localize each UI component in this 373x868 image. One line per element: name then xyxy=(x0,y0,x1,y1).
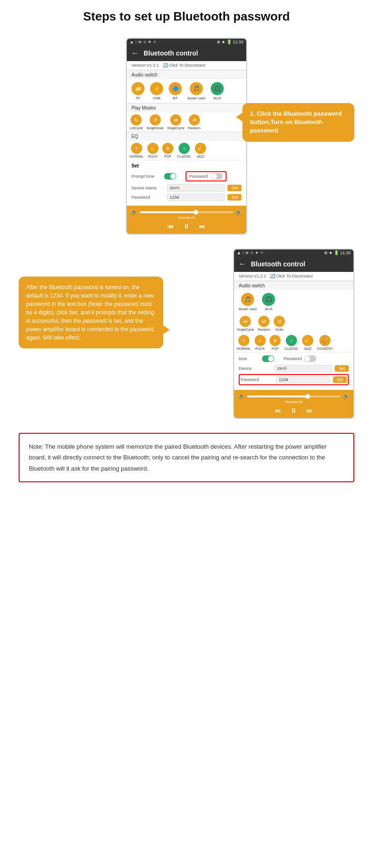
audio-icon-audiocard-2[interactable]: 🎵 Audio card xyxy=(239,293,256,311)
vol-max-icon: 🔊 xyxy=(236,209,242,215)
volume-slider-1[interactable] xyxy=(140,211,233,213)
prev-btn-2[interactable]: ⏮ xyxy=(275,407,281,414)
random-icon-2: ⇌ xyxy=(258,316,269,327)
country-label-2: COUNTRY xyxy=(317,347,333,350)
play-modes-row: ↻ ListCycle ↺ SingleHead ⇄ SingleCycle ⇌… xyxy=(127,112,246,132)
eq-jazz-2[interactable]: 🎷 JAZZ xyxy=(302,335,313,350)
disconnect-btn-2[interactable]: 🔄 Click To Disconnect xyxy=(270,274,313,278)
mode-order-2[interactable]: ☰ Order xyxy=(274,316,285,331)
device-set-btn-2[interactable]: Set xyxy=(335,365,349,372)
status-bar-2: ▲ ↑ ≋ ⊹ ✦ ✧ ⊕ ★ 🔋 11:33 xyxy=(234,250,353,256)
next-btn-1[interactable]: ⏭ xyxy=(199,222,206,230)
eq-classic[interactable]: ♪ CLASSIC xyxy=(177,143,191,158)
jazz-label-2: JAZZ xyxy=(304,347,312,350)
section1: ▲ ↑ ≋ ⊹ ✦ ✧ ⊕ ★ 🔋 11:33 ← Bluetooth cont… xyxy=(19,38,354,235)
eq-jazz[interactable]: 🎷 JAZZ xyxy=(195,143,206,158)
volume-slider-2[interactable] xyxy=(247,396,340,397)
eq-normal-2[interactable]: ≡ NORMAL xyxy=(237,335,251,350)
eq-rock-2[interactable]: 🤟 ROCK xyxy=(255,335,266,350)
mode-singlecycle-2[interactable]: ⇄ SingleCycle xyxy=(237,316,254,331)
password-set-btn[interactable]: Set xyxy=(228,194,242,201)
password-field-row-2: Password 1234 Set xyxy=(239,374,349,385)
jazz-icon-2: 🎷 xyxy=(302,335,313,346)
normal-icon-2: ≡ xyxy=(238,335,249,346)
section2: After the Bluetooth password is turned o… xyxy=(19,249,354,419)
audio-icon-usb[interactable]: ⚡ USB xyxy=(150,82,163,100)
header-title-2: Bluetooth control xyxy=(251,260,305,268)
eq-country-2[interactable]: 🎸 COUNTRY xyxy=(317,335,333,350)
audio-switch-section-2: Audio switch xyxy=(234,281,353,290)
volume-row-2: 🔈 🔊 xyxy=(239,394,349,399)
jazz-label: JAZZ xyxy=(197,155,205,158)
password-text: Password xyxy=(189,174,208,179)
prompt-password-row: Prompt tone Password xyxy=(131,171,242,181)
controls-row-2: ⏮ ⏸ ⏭ xyxy=(239,407,349,414)
play-pause-btn-1[interactable]: ⏸ xyxy=(183,222,190,230)
phone-header-2: ← Bluetooth control xyxy=(234,256,353,272)
subheader-2: Version:V1.2.1 🔄 Click To Disconnect xyxy=(234,272,353,281)
tf-icon: 📁 xyxy=(131,82,145,95)
disconnect-btn-1[interactable]: 🔄 Click To Disconnect xyxy=(163,63,206,68)
mode-listcycle[interactable]: ↻ ListCycle xyxy=(130,114,143,130)
eq-normal[interactable]: ≡ NORMAL xyxy=(130,143,144,158)
device-input-2[interactable]: XinYi xyxy=(274,365,332,372)
status-left-2: ▲ ↑ ≋ ⊹ ✦ ✧ xyxy=(237,250,264,255)
set-label: Set xyxy=(131,163,242,168)
mode-singlehead[interactable]: ↺ SingleHead xyxy=(146,114,163,130)
eq-row-2: ≡ NORMAL 🤟 ROCK ★ POP ♪ CLASSIC 🎷 JAZZ 🎸 xyxy=(234,333,353,352)
normal-icon: ≡ xyxy=(131,143,142,154)
note-box: Note: The mobile phone system will memor… xyxy=(19,433,354,482)
eq-classic-2[interactable]: ♪ CLASSIC xyxy=(284,335,298,350)
bt-icon: 🔷 xyxy=(169,82,182,95)
prompt-toggle-2[interactable] xyxy=(262,355,274,362)
password-toggle[interactable] xyxy=(211,173,223,180)
device-set-btn[interactable]: Set xyxy=(228,185,242,191)
device-name-input[interactable]: XinYi xyxy=(167,184,225,192)
eq-section: EQ xyxy=(127,132,246,141)
password-field-label-2: Password xyxy=(241,377,273,382)
prompt-password-row-2: tone Password xyxy=(239,355,349,362)
listcycle-label: ListCycle xyxy=(130,126,143,130)
device-name-label: Device Name xyxy=(131,186,164,190)
back-button-1[interactable]: ← xyxy=(131,49,139,57)
password-set-btn-2[interactable]: Set xyxy=(333,376,347,383)
password-text-2: Password xyxy=(283,356,302,361)
eq-row: ≡ NORMAL 🤟 ROCK ★ POP ♪ CLASSIC 🎷 JAZZ xyxy=(127,141,246,160)
singlehead-icon: ↺ xyxy=(150,114,161,125)
audio-icons-row: 📁 TF ⚡ USB 🔷 BT 🎵 Audio card 🎧 AUX xyxy=(127,79,246,103)
audio-icon-aux[interactable]: 🎧 AUX xyxy=(211,82,224,100)
prompt-toggle[interactable] xyxy=(164,173,176,180)
bubble2: After the Bluetooth password is turned o… xyxy=(19,277,163,348)
device-name-row: Device Name XinYi Set xyxy=(131,184,242,192)
aux-label: AUX xyxy=(214,96,221,100)
pop-label: POP xyxy=(165,155,172,158)
eq-pop-2[interactable]: ★ POP xyxy=(269,335,281,350)
classic-icon-2: ♪ xyxy=(286,335,297,346)
audio-icon-aux-2[interactable]: 🎧 AUX xyxy=(262,293,275,311)
play-modes-row-2: ⇄ SingleCycle ⇌ Random ☰ Order xyxy=(234,314,353,333)
tf-label: TF xyxy=(136,96,140,100)
vol-max-icon-2: 🔊 xyxy=(343,394,349,399)
classic-label: CLASSIC xyxy=(177,155,191,158)
back-button-2[interactable]: ← xyxy=(239,260,246,268)
mode-singlecycle[interactable]: ⇄ SingleCycle xyxy=(167,114,185,130)
audio-icon-tf[interactable]: 📁 TF xyxy=(131,82,145,100)
next-btn-2[interactable]: ⏭ xyxy=(306,407,313,414)
password-toggle-2[interactable] xyxy=(304,355,316,362)
pop-icon: ★ xyxy=(162,143,173,154)
usb-icon: ⚡ xyxy=(150,82,163,95)
password-input-2[interactable]: 1234 xyxy=(276,376,330,383)
eq-pop[interactable]: ★ POP xyxy=(162,143,173,158)
audio-icon-audiocard[interactable]: 🎵 Audio card xyxy=(187,82,205,100)
mode-random-2[interactable]: ⇌ Random xyxy=(258,316,270,331)
eq-rock[interactable]: 🤟 ROCK xyxy=(147,143,159,158)
bt-label: BT xyxy=(173,96,178,100)
password-input[interactable]: 1234 xyxy=(167,194,225,201)
prev-btn-1[interactable]: ⏮ xyxy=(167,222,174,230)
volume-text-2: Volume:24 xyxy=(239,400,349,404)
mode-random[interactable]: ⇌ Random xyxy=(188,114,200,130)
password-field-label: Password xyxy=(131,195,164,200)
play-pause-btn-2[interactable]: ⏸ xyxy=(290,407,297,414)
volume-row-1: 🔈 🔊 xyxy=(131,209,242,215)
audio-icon-bt[interactable]: 🔷 BT xyxy=(169,82,182,100)
